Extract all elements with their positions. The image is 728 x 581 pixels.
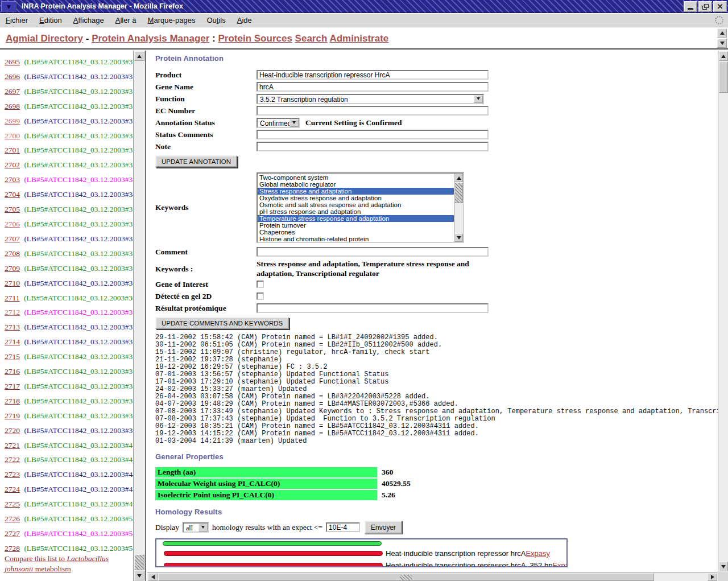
- protein-number-link[interactable]: 2704: [5, 190, 20, 199]
- keyword-option[interactable]: Stress response and adaptation: [258, 188, 454, 195]
- keyword-option[interactable]: Global metabolic regulator: [258, 181, 454, 188]
- protein-number-link[interactable]: 2713: [5, 323, 20, 331]
- listbox-scrollbar[interactable]: [454, 174, 463, 242]
- gel-2d-checkbox[interactable]: [257, 292, 264, 300]
- scroll-down-button[interactable]: [454, 233, 463, 242]
- protein-number-link[interactable]: 2724: [5, 485, 20, 493]
- menu-affichage[interactable]: Affichage: [68, 14, 110, 27]
- nav-link-agmial-directory[interactable]: Agmial Directory: [6, 33, 83, 44]
- protein-number-link[interactable]: 2698: [5, 102, 20, 110]
- titlebar[interactable]: ▼ INRA Protein Analysis Manager - Mozill…: [0, 0, 728, 13]
- protein-number-link[interactable]: 2703: [5, 175, 20, 184]
- menu-edition[interactable]: Edition: [34, 14, 68, 27]
- menu-aller-a[interactable]: Aller à: [110, 14, 142, 27]
- status-comments-input[interactable]: [257, 130, 489, 139]
- minimize-button[interactable]: [684, 1, 697, 12]
- compare-metabolism-link[interactable]: Compare this list to Lactobacillus johns…: [5, 554, 127, 574]
- proteomique-input[interactable]: [257, 303, 489, 313]
- scrollbar-thumb[interactable]: [134, 554, 144, 570]
- function-select[interactable]: 3.5.2 Transcription regulation: [257, 94, 484, 104]
- nav-frame-scrollbar[interactable]: [717, 28, 727, 49]
- protein-number-link[interactable]: 2696: [5, 72, 20, 81]
- expasy-link[interactable]: Expasy: [552, 561, 568, 567]
- sidebar-scrollbar[interactable]: [133, 51, 145, 581]
- menu-outils[interactable]: Outils: [201, 14, 231, 27]
- comment-input[interactable]: [257, 247, 489, 257]
- menu-marque-pages[interactable]: Marque-pages: [142, 14, 201, 27]
- protein-number-link[interactable]: 2715: [5, 352, 20, 361]
- protein-number-link[interactable]: 2706: [5, 220, 20, 228]
- protein-number-link[interactable]: 2712: [5, 308, 20, 316]
- scroll-up-button[interactable]: [454, 174, 463, 182]
- product-input[interactable]: [257, 70, 489, 80]
- scrollbar-thumb[interactable]: [719, 61, 728, 93]
- keyword-option[interactable]: Temperature stress response and adaptati…: [258, 215, 454, 222]
- menu-fichier[interactable]: Fichier: [0, 14, 34, 27]
- scroll-down-button[interactable]: [134, 571, 144, 580]
- scroll-up-button[interactable]: [134, 51, 144, 61]
- scrollbar-thumb[interactable]: [454, 183, 463, 203]
- update-comments-keywords-button[interactable]: UPDATE COMMENTS AND KEYWORDS: [155, 317, 289, 329]
- gene-name-input[interactable]: [257, 82, 489, 92]
- scrollbar-thumb[interactable]: [158, 573, 654, 581]
- protein-number-link[interactable]: 2708: [5, 249, 20, 258]
- protein-number-link[interactable]: 2722: [5, 455, 20, 464]
- display-count-select[interactable]: all: [183, 522, 209, 533]
- scroll-right-button[interactable]: [708, 573, 717, 581]
- protein-number-link[interactable]: 2723: [5, 470, 20, 479]
- note-input[interactable]: [257, 142, 489, 151]
- protein-number-link[interactable]: 2727: [5, 529, 20, 538]
- gene-of-interest-checkbox[interactable]: [257, 281, 264, 288]
- protein-number-link[interactable]: 2710: [5, 279, 20, 287]
- update-annotation-button[interactable]: UPDATE ANNOTATION: [155, 155, 237, 167]
- expasy-link[interactable]: Expasy: [526, 549, 550, 558]
- nav-link-protein-sources[interactable]: Protein Sources: [218, 33, 292, 44]
- main-vertical-scrollbar[interactable]: [718, 51, 728, 572]
- maximize-button[interactable]: [698, 1, 712, 12]
- protein-number-link[interactable]: 2716: [5, 367, 20, 376]
- keyword-option[interactable]: Histone and chromatin-related protein: [258, 236, 454, 242]
- annotation-status-select[interactable]: Confirmed: [257, 118, 300, 128]
- protein-number-link[interactable]: 2709: [5, 264, 20, 273]
- scroll-left-button[interactable]: [148, 573, 158, 581]
- protein-number-link[interactable]: 2701: [5, 146, 20, 154]
- scroll-down-button[interactable]: [719, 562, 728, 571]
- dropdown-button[interactable]: [289, 119, 299, 127]
- window-menu-button[interactable]: ▼: [1, 1, 16, 12]
- protein-number-link[interactable]: 2719: [5, 411, 20, 420]
- protein-number-link[interactable]: 2695: [5, 57, 20, 66]
- protein-number-link[interactable]: 2720: [5, 426, 20, 435]
- protein-number-link[interactable]: 2725: [5, 500, 20, 508]
- protein-number-link[interactable]: 2702: [5, 160, 20, 169]
- keyword-option[interactable]: Oxydative stress response and adaptation: [258, 195, 454, 201]
- protein-number-link[interactable]: 2700: [5, 131, 20, 140]
- protein-number-link[interactable]: 2699: [5, 117, 20, 125]
- keyword-option[interactable]: Osmotic and salt stress response and ada…: [258, 201, 454, 208]
- scroll-up-button[interactable]: [717, 28, 727, 38]
- nav-link-administrate[interactable]: Administrate: [329, 33, 388, 44]
- protein-number-link[interactable]: 2718: [5, 397, 20, 405]
- keyword-option[interactable]: Protein turnover: [258, 222, 454, 229]
- protein-number-link[interactable]: 2711: [5, 294, 20, 302]
- dropdown-button[interactable]: [474, 95, 483, 103]
- protein-number-link[interactable]: 2714: [5, 337, 20, 346]
- expect-input[interactable]: [326, 522, 360, 532]
- envoyer-button[interactable]: Envoyer: [365, 521, 402, 534]
- protein-number-link[interactable]: 2728: [5, 544, 20, 553]
- dropdown-button[interactable]: [198, 524, 208, 531]
- keyword-option[interactable]: Two-component system: [258, 174, 454, 181]
- main-horizontal-scrollbar[interactable]: [147, 572, 718, 581]
- menu-aide[interactable]: Aide: [231, 14, 258, 27]
- keyword-option[interactable]: pH stress response and adaptation: [258, 208, 454, 215]
- protein-number-link[interactable]: 2705: [5, 205, 20, 213]
- scroll-down-button[interactable]: [717, 39, 727, 48]
- nav-link-search[interactable]: Search: [295, 33, 328, 44]
- protein-number-link[interactable]: 2721: [5, 441, 20, 450]
- protein-number-link[interactable]: 2717: [5, 382, 20, 390]
- protein-number-link[interactable]: 2707: [5, 234, 20, 243]
- keyword-option[interactable]: Chaperones: [258, 229, 454, 236]
- close-button[interactable]: ✕: [713, 1, 727, 12]
- nav-link-protein-analysis-manager[interactable]: Protein Analysis Manager: [92, 33, 209, 44]
- ec-number-input[interactable]: [257, 106, 489, 116]
- scroll-up-button[interactable]: [719, 51, 728, 61]
